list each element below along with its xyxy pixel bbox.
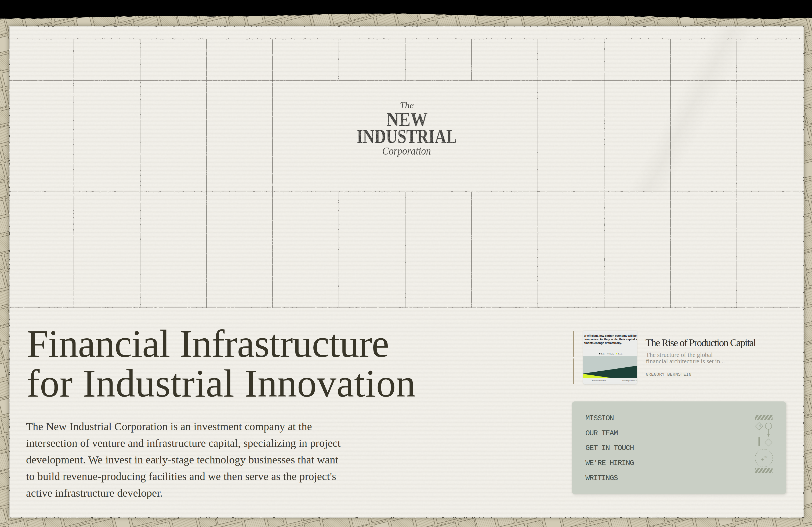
svg-text:Corporation: Corporation bbox=[382, 145, 431, 157]
svg-text:NIC: NIC bbox=[764, 456, 767, 458]
svg-text:INDUSTRIAL: INDUSTRIAL bbox=[357, 125, 457, 147]
svg-text:Equity: Equity bbox=[610, 353, 614, 355]
svg-text:Commercialisation: Commercialisation bbox=[592, 380, 606, 381]
svg-text:Grants: Grants bbox=[618, 353, 622, 355]
svg-text:Growth |50-1000x Funding R: Growth |50-1000x Funding R bbox=[622, 380, 637, 381]
svg-text:25: 25 bbox=[759, 424, 762, 427]
svg-text:Debt: Debt bbox=[601, 353, 605, 355]
